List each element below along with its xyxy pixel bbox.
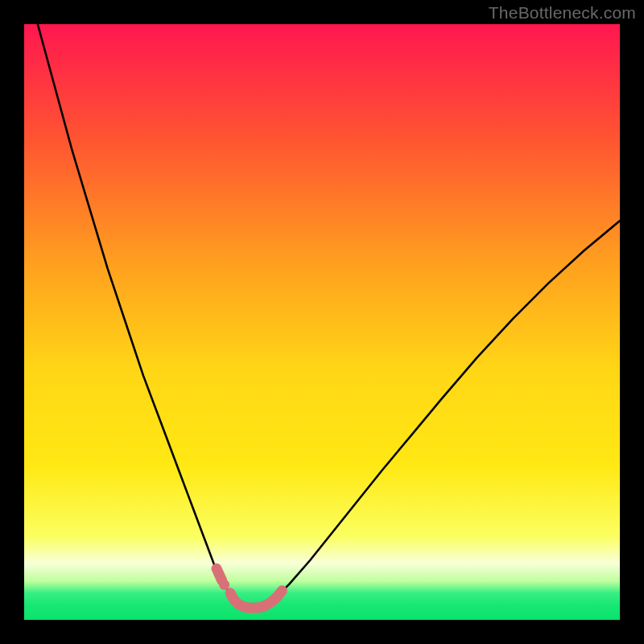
accent-segment-0 — [217, 568, 222, 580]
chart-svg — [24, 24, 620, 620]
chart-background — [24, 24, 620, 620]
watermark-text: TheBottleneck.com — [489, 3, 636, 23]
chart-frame: TheBottleneck.com — [0, 0, 644, 644]
accent-dot-0 — [219, 580, 229, 590]
plot-area — [24, 24, 620, 620]
